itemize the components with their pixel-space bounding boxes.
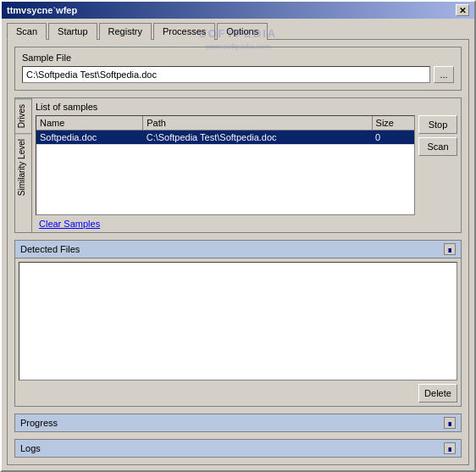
logs-header: Logs ∎ [15,440,461,457]
clear-samples-link[interactable]: Clear Samples [39,219,100,229]
scan-button[interactable]: Scan [418,137,457,156]
delete-button[interactable]: Delete [418,384,457,403]
progress-collapse-icon[interactable]: ∎ [444,417,456,429]
main-window: SOFTPEDIA www.softpedia.com ttmvsycne`wf… [0,0,476,472]
tab-strip: Scan Startup Registry Processes Options [2,19,474,39]
logs-label: Logs [20,443,41,453]
tab-processes[interactable]: Processes [153,23,215,40]
sample-file-input[interactable] [22,66,430,83]
cell-name: Softpedia.doc [36,130,143,145]
tab-options[interactable]: Options [217,23,268,40]
tab-registry[interactable]: Registry [99,23,152,40]
col-header-name: Name [36,116,143,130]
tab-startup[interactable]: Startup [48,23,97,40]
delete-row: Delete [19,384,457,403]
samples-section: Drives Similarity Level List of samples … [14,97,462,233]
tab-scan[interactable]: Scan [7,23,47,40]
sample-file-label: Sample File [22,53,454,63]
clear-samples-row: Clear Samples [36,219,457,229]
side-tab-similarity-level[interactable]: Similarity Level [15,133,31,201]
detected-files-body: Delete [15,258,461,406]
window-title: ttmvsycne`wfep [7,5,77,15]
samples-table-wrapper: Name Path Size Softpedia.doc C:\Softpedi… [36,115,415,215]
cell-path: C:\Softpedia Test\Softpedia.doc [143,130,372,145]
file-input-row: ... [22,66,454,83]
close-button[interactable]: ✕ [456,4,469,16]
side-tabs: Drives Similarity Level [15,98,32,232]
samples-table: Name Path Size Softpedia.doc C:\Softpedi… [36,116,414,145]
browse-button[interactable]: ... [434,66,454,83]
samples-header: List of samples [36,102,457,112]
progress-header: Progress ∎ [15,414,461,431]
side-tab-drives[interactable]: Drives [15,98,31,133]
col-header-path: Path [143,116,372,130]
table-header-row: Name Path Size [36,116,414,130]
sample-file-section: Sample File ... [14,47,462,91]
detected-files-section: Detected Files ∎ Delete [14,240,462,407]
stop-button[interactable]: Stop [418,115,457,134]
cell-size: 0 [372,130,414,145]
logs-collapse-icon[interactable]: ∎ [444,442,456,454]
detected-files-title: Detected Files [20,244,80,254]
progress-label: Progress [20,418,58,428]
detected-files-header: Detected Files ∎ [15,241,461,258]
sample-buttons: Stop Scan [418,115,457,215]
col-header-size: Size [372,116,414,130]
logs-section: Logs ∎ [14,439,462,458]
progress-section: Progress ∎ [14,414,462,432]
samples-table-area: Name Path Size Softpedia.doc C:\Softpedi… [36,115,457,215]
samples-content: List of samples Name Path Size [32,98,461,232]
detected-files-collapse-icon[interactable]: ∎ [444,243,456,255]
title-bar: ttmvsycne`wfep ✕ [2,2,474,19]
detected-files-textarea[interactable] [19,262,457,380]
content-area: Sample File ... Drives Similarity Level … [7,39,469,465]
table-row[interactable]: Softpedia.doc C:\Softpedia Test\Softpedi… [36,130,414,145]
